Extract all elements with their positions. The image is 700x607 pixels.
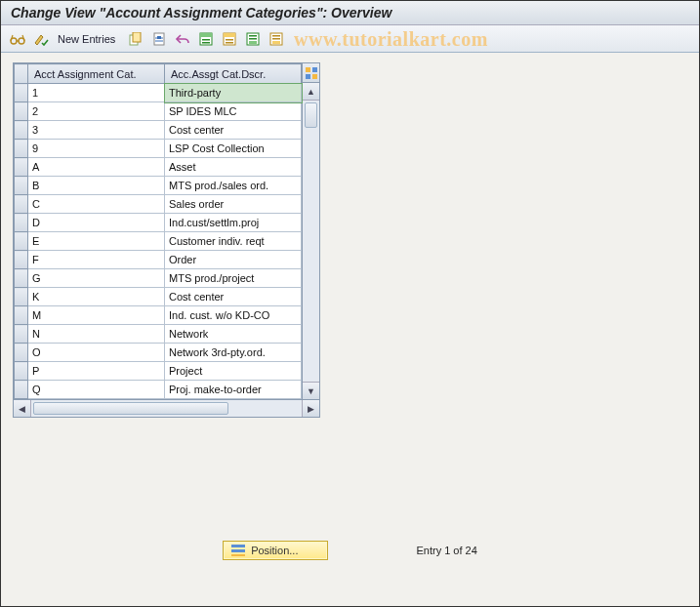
row-selector[interactable]	[15, 325, 28, 344]
row-selector[interactable]	[15, 214, 28, 232]
cell-category[interactable]: O	[28, 344, 165, 362]
cell-category[interactable]: G	[28, 269, 165, 288]
cell-description[interactable]: MTS prod./project	[165, 269, 302, 288]
position-button[interactable]: Position...	[223, 541, 328, 560]
cell-category[interactable]: N	[28, 325, 165, 344]
table-row[interactable]: 2SP IDES MLC	[15, 102, 302, 121]
cell-category[interactable]: M	[28, 306, 165, 325]
deselect-all-icon[interactable]	[221, 30, 238, 48]
cell-category[interactable]: 3	[28, 121, 165, 140]
col-header-description[interactable]: Acc.Assgt Cat.Dscr.	[165, 64, 302, 84]
table-row[interactable]: 9LSP Cost Collection	[15, 140, 302, 158]
print-icon[interactable]	[268, 30, 285, 48]
glasses-icon[interactable]	[9, 30, 26, 48]
table-row[interactable]: ONetwork 3rd-pty.ord.	[15, 344, 302, 362]
work-area: Acct Assignment Cat.Acc.Assgt Cat.Dscr.1…	[1, 53, 699, 607]
hscroll-track[interactable]	[31, 400, 302, 417]
table-row[interactable]: GMTS prod./project	[15, 269, 302, 288]
cell-category[interactable]: D	[28, 214, 165, 232]
page-title: Change View "Account Assignment Categori…	[1, 1, 699, 25]
row-selector[interactable]	[15, 251, 28, 269]
select-all-icon[interactable]	[197, 30, 215, 48]
row-selector[interactable]	[15, 344, 28, 362]
application-toolbar: New Entries www.tutorialkart.com	[1, 25, 699, 53]
table-row[interactable]: AAsset	[15, 158, 302, 177]
scroll-left-icon[interactable]: ◀	[14, 400, 31, 417]
cell-category[interactable]: Q	[28, 381, 165, 399]
cell-category[interactable]: F	[28, 251, 165, 269]
table-row[interactable]: QProj. make-to-order	[15, 381, 302, 399]
row-selector[interactable]	[15, 158, 28, 177]
table-row[interactable]: DInd.cust/settlm.proj	[15, 214, 302, 232]
cell-description[interactable]: Network	[165, 325, 302, 344]
cell-description[interactable]: Proj. make-to-order	[165, 381, 302, 399]
pencil-check-icon[interactable]	[32, 30, 50, 48]
cell-description[interactable]: Network 3rd-pty.ord.	[165, 344, 302, 362]
table-row[interactable]: FOrder	[15, 251, 302, 269]
cell-description[interactable]: Ind. cust. w/o KD-CO	[165, 306, 302, 325]
row-selector[interactable]	[15, 84, 28, 102]
svg-rect-19	[272, 35, 280, 37]
row-selector[interactable]	[15, 121, 28, 140]
cell-description[interactable]: Ind.cust/settlm.proj	[165, 214, 302, 232]
undo-icon[interactable]	[174, 30, 191, 48]
vertical-scrollbar[interactable]: ▲ ▼	[303, 62, 320, 400]
row-selector[interactable]	[15, 306, 28, 325]
delete-icon[interactable]	[150, 30, 168, 48]
cell-description[interactable]: MTS prod./sales ord.	[165, 177, 302, 195]
row-selector[interactable]	[15, 232, 28, 251]
row-selector[interactable]	[15, 381, 28, 399]
account-assignment-table[interactable]: Acct Assignment Cat.Acc.Assgt Cat.Dscr.1…	[13, 62, 303, 400]
select-block-icon[interactable]	[244, 30, 262, 48]
cell-category[interactable]: C	[28, 195, 165, 214]
col-header-category[interactable]: Acct Assignment Cat.	[28, 64, 165, 84]
row-selector[interactable]	[15, 102, 28, 121]
scroll-down-icon[interactable]: ▼	[303, 382, 319, 399]
cell-description[interactable]: Cost center	[165, 121, 302, 140]
row-selector-header[interactable]	[15, 64, 28, 84]
table-row[interactable]: 3Cost center	[15, 121, 302, 140]
row-selector[interactable]	[15, 288, 28, 306]
new-entries-button[interactable]: New Entries	[58, 33, 115, 45]
cell-category[interactable]: 2	[28, 102, 165, 121]
cell-category[interactable]: P	[28, 362, 165, 381]
row-selector[interactable]	[15, 140, 28, 158]
cell-category[interactable]: K	[28, 288, 165, 306]
cell-category[interactable]: B	[28, 177, 165, 195]
cell-category[interactable]: E	[28, 232, 165, 251]
row-selector[interactable]	[15, 177, 28, 195]
scroll-up-icon[interactable]: ▲	[303, 83, 319, 101]
table-row[interactable]: MInd. cust. w/o KD-CO	[15, 306, 302, 325]
scroll-right-icon[interactable]: ▶	[302, 400, 319, 417]
cell-description[interactable]: Project	[165, 362, 302, 381]
cell-description[interactable]: LSP Cost Collection	[165, 140, 302, 158]
cell-category[interactable]: 1	[28, 84, 165, 102]
entry-count-label: Entry 1 of 24	[416, 545, 476, 556]
cell-description[interactable]: Customer indiv. reqt	[165, 232, 302, 251]
row-selector[interactable]	[15, 362, 28, 381]
table-row[interactable]: 1Third-party	[15, 84, 302, 102]
scroll-track[interactable]	[303, 101, 319, 382]
cell-description[interactable]: SP IDES MLC	[165, 102, 302, 121]
table-row[interactable]: BMTS prod./sales ord.	[15, 177, 302, 195]
cell-description[interactable]: Cost center	[165, 288, 302, 306]
hscroll-thumb[interactable]	[33, 402, 228, 415]
svg-rect-21	[272, 41, 280, 44]
cell-category[interactable]: 9	[28, 140, 165, 158]
cell-description[interactable]: Order	[165, 251, 302, 269]
scroll-thumb[interactable]	[305, 102, 317, 128]
table-row[interactable]: ECustomer indiv. reqt	[15, 232, 302, 251]
table-row[interactable]: NNetwork	[15, 325, 302, 344]
copy-icon[interactable]	[127, 30, 144, 48]
table-config-icon[interactable]	[303, 63, 319, 83]
table-row[interactable]: KCost center	[15, 288, 302, 306]
horizontal-scrollbar[interactable]: ◀ ▶	[13, 400, 320, 418]
cell-description[interactable]: Asset	[165, 158, 302, 177]
cell-description[interactable]: Sales order	[165, 195, 302, 214]
table-row[interactable]: PProject	[15, 362, 302, 381]
cell-category[interactable]: A	[28, 158, 165, 177]
row-selector[interactable]	[15, 269, 28, 288]
table-row[interactable]: CSales order	[15, 195, 302, 214]
cell-description[interactable]: Third-party	[165, 84, 302, 102]
row-selector[interactable]	[15, 195, 28, 214]
